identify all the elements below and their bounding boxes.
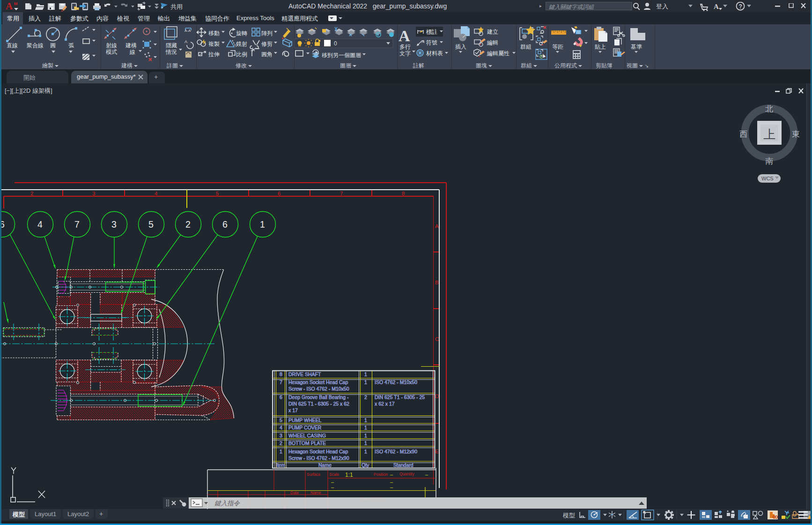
svg-text:x 17: x 17 [288, 407, 298, 413]
svg-text:Date: Date [290, 490, 299, 495]
svg-text:ISO 4762 - M10x50: ISO 4762 - M10x50 [375, 379, 417, 385]
svg-text:A: A [6, 0, 13, 12]
svg-text:D: D [435, 393, 439, 399]
svg-text:6: 6 [280, 394, 282, 400]
svg-text:7: 7 [340, 191, 343, 196]
svg-text:E: E [435, 449, 439, 454]
svg-text:1: 1 [364, 425, 367, 430]
svg-text:DIN 625 T1 - 6305 - 25 x 62: DIN 625 T1 - 6305 - 25 x 62 [288, 401, 349, 407]
svg-text:A: A [714, 3, 719, 10]
svg-text:模式: 模式 [106, 49, 117, 55]
svg-text:圓: 圓 [50, 42, 56, 49]
svg-text:3: 3 [280, 433, 282, 438]
svg-text:圓角: 圓角 [261, 51, 273, 58]
svg-text:5: 5 [216, 191, 219, 196]
svg-text:3: 3 [92, 191, 95, 196]
svg-text:B: B [435, 280, 439, 285]
svg-text:修剪: 修剪 [261, 41, 273, 47]
svg-text:1: 1 [260, 219, 265, 229]
svg-text:–: – [331, 484, 334, 490]
svg-text:隱藏: 隱藏 [166, 42, 177, 49]
svg-text:標註: 標註 [426, 29, 437, 35]
svg-text:BOTTOM PLATE: BOTTOM PLATE [288, 440, 326, 446]
svg-text:1: 1 [280, 449, 282, 454]
svg-text:ISO 4762 - M12x90: ISO 4762 - M12x90 [375, 449, 417, 454]
svg-text:Standard: Standard [393, 462, 413, 468]
svg-text:西: 西 [739, 130, 747, 139]
svg-text:建立: 建立 [487, 29, 498, 35]
svg-text:3: 3 [111, 219, 117, 229]
svg-text:6: 6 [222, 219, 228, 229]
svg-text:弧: 弧 [68, 42, 74, 49]
svg-text:鏡射: 鏡射 [236, 41, 247, 47]
svg-text:0: 0 [334, 40, 337, 47]
svg-text:1: 1 [364, 449, 367, 454]
svg-text:1: 1 [364, 371, 367, 377]
svg-text:7: 7 [280, 379, 282, 385]
svg-text:貼上: 貼上 [595, 44, 606, 50]
svg-text:上: 上 [763, 127, 775, 141]
svg-text:?: ? [739, 3, 742, 10]
svg-text:WHEEL CASING: WHEEL CASING [288, 433, 326, 438]
svg-text:多行: 多行 [399, 44, 411, 50]
svg-text:1: 1 [364, 417, 367, 423]
svg-text:PUMP COVER: PUMP COVER [288, 425, 322, 430]
svg-text:Deep Groove Ball Bearing -: Deep Groove Ball Bearing - [288, 394, 349, 400]
svg-text:移到另一個圖層: 移到另一個圖層 [322, 52, 361, 59]
svg-text:直線: 直線 [7, 42, 18, 49]
svg-text:8: 8 [402, 191, 405, 196]
svg-text:聚合線: 聚合線 [27, 42, 44, 49]
svg-text:符號: 符號 [426, 39, 437, 46]
svg-text:拉伸: 拉伸 [208, 51, 220, 58]
svg-text:PUMP WHEEL: PUMP WHEEL [288, 417, 322, 423]
svg-text:Quantity: Quantity [399, 472, 414, 476]
svg-text:M: M [14, 1, 18, 6]
svg-text:2: 2 [364, 394, 367, 400]
svg-text:南: 南 [765, 157, 773, 166]
svg-text:文字: 文字 [399, 50, 411, 57]
svg-text:5: 5 [148, 219, 154, 229]
svg-text:Qty: Qty [362, 462, 369, 468]
svg-text:移動: 移動 [208, 30, 220, 37]
svg-text:4: 4 [280, 425, 282, 430]
svg-text:–: – [390, 484, 393, 490]
svg-text:A: A [435, 223, 439, 229]
svg-text:情況: 情況 [165, 49, 177, 55]
svg-text:1: 1 [364, 440, 367, 446]
svg-text:陣列: 陣列 [261, 30, 273, 37]
svg-text:1:1: 1:1 [345, 472, 353, 478]
svg-text:–: – [425, 472, 428, 477]
svg-text:線: 線 [129, 49, 135, 55]
svg-text:比例: 比例 [236, 51, 247, 58]
svg-text:複製: 複製 [208, 41, 220, 47]
svg-text:5: 5 [280, 417, 282, 423]
svg-text:4: 4 [155, 191, 158, 196]
svg-text:Surface: Surface [307, 472, 321, 477]
svg-text:旋轉: 旋轉 [236, 30, 247, 37]
svg-text:8: 8 [280, 371, 282, 377]
svg-text:東: 東 [792, 130, 800, 139]
svg-text:2: 2 [280, 440, 282, 446]
svg-text:群組: 群組 [520, 44, 531, 50]
svg-text:–: – [390, 472, 393, 477]
svg-text:A: A [399, 27, 410, 44]
svg-text:6: 6 [278, 191, 281, 196]
svg-text:射線: 射線 [106, 42, 117, 49]
svg-text:Hexagon Socket Head Cap: Hexagon Socket Head Cap [288, 449, 348, 454]
svg-text:等距: 等距 [552, 44, 563, 50]
svg-text:Screw - ISO 4762 - M12x90: Screw - ISO 4762 - M12x90 [288, 455, 349, 461]
svg-text:基準: 基準 [631, 44, 642, 50]
svg-text:Scale: Scale [329, 472, 340, 477]
svg-text:編輯屬性: 編輯屬性 [487, 50, 509, 57]
svg-text:插入: 插入 [455, 44, 466, 50]
svg-text:DIN 625 T1 - 6305 - 25: DIN 625 T1 - 6305 - 25 [375, 394, 425, 400]
svg-text:Name: Name [318, 462, 332, 468]
svg-text:Item: Item [276, 462, 286, 468]
svg-text:Hexagon Socket Head Cap: Hexagon Socket Head Cap [288, 379, 348, 385]
svg-text:7: 7 [74, 219, 80, 229]
svg-text:北: 北 [765, 104, 773, 113]
svg-text:A: A [421, 39, 424, 44]
svg-text:Screw - ISO 4762 - M10x50: Screw - ISO 4762 - M10x50 [288, 386, 349, 392]
svg-text:x 62 x 17: x 62 x 17 [375, 401, 395, 407]
svg-text:編輯: 編輯 [487, 39, 498, 46]
